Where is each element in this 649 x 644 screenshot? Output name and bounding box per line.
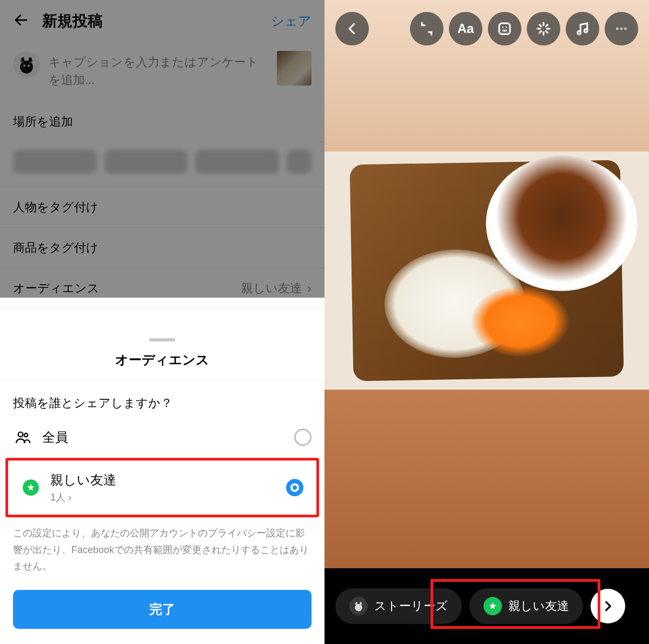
option-everyone[interactable]: 全員 — [0, 417, 325, 458]
audience-row[interactable]: オーディエンス 親しい友達 › — [0, 268, 325, 309]
audience-value: 親しい友達 — [241, 280, 302, 297]
add-location-row[interactable]: 場所を追加 — [0, 102, 325, 142]
svg-point-8 — [578, 31, 581, 35]
new-post-screen: 新規投稿 シェア キャプションを入力またはアンケートを追加... 場所を追加 人… — [0, 0, 325, 644]
svg-point-4 — [24, 433, 28, 437]
tag-people-row[interactable]: 人物をタグ付け — [0, 187, 325, 228]
svg-point-2 — [28, 65, 30, 67]
header: 新規投稿 シェア — [0, 0, 325, 42]
avatar — [13, 51, 40, 78]
radio-selected-icon[interactable] — [286, 479, 303, 496]
sheet-question: 投稿を誰とシェアしますか？ — [0, 381, 325, 417]
share-button[interactable]: シェア — [271, 12, 312, 30]
svg-point-0 — [20, 61, 33, 74]
audience-sheet: オーディエンス 投稿を誰とシェアしますか？ 全員 親しい友達 1人 › この設定… — [0, 331, 325, 644]
close-friends-star-icon — [21, 478, 41, 497]
option-everyone-label: 全員 — [42, 429, 284, 446]
sheet-note: この設定により、あなたの公開アカウントのプライバシー設定に影響が出たり、Face… — [0, 517, 325, 590]
option-close-friends[interactable]: 親しい友達 1人 › — [8, 461, 316, 515]
highlight-close-friends-option: 親しい友達 1人 › — [5, 458, 319, 517]
more-icon[interactable] — [605, 12, 638, 45]
story-photo — [325, 152, 649, 390]
crop-icon[interactable] — [410, 12, 443, 45]
location-chip[interactable] — [287, 150, 312, 174]
media-thumbnail[interactable] — [277, 51, 312, 86]
svg-point-12 — [625, 28, 627, 30]
done-button[interactable]: 完了 — [13, 590, 312, 629]
highlight-close-friends-pill — [431, 579, 600, 629]
music-icon[interactable] — [566, 12, 599, 45]
back-arrow-icon[interactable] — [13, 12, 29, 31]
grabber-handle[interactable] — [149, 338, 175, 341]
svg-point-3 — [18, 432, 23, 437]
svg-point-6 — [502, 27, 504, 28]
option-close-friends-sub[interactable]: 1人 › — [50, 491, 276, 504]
people-icon — [13, 428, 32, 447]
svg-point-9 — [584, 29, 587, 32]
caption-row: キャプションを入力またはアンケートを追加... — [0, 42, 325, 102]
audience-label: オーディエンス — [13, 280, 241, 297]
svg-point-10 — [617, 28, 619, 30]
story-canvas[interactable] — [325, 0, 649, 644]
tag-products-row[interactable]: 商品をタグ付け — [0, 228, 325, 268]
avatar-icon — [349, 597, 368, 615]
effects-icon[interactable] — [527, 12, 560, 45]
location-chip[interactable] — [104, 150, 188, 174]
location-chip[interactable] — [195, 150, 279, 174]
back-button[interactable] — [335, 12, 369, 45]
location-chip[interactable] — [13, 150, 97, 174]
text-icon[interactable]: Aa — [449, 12, 482, 45]
story-toolbar: Aa — [325, 12, 649, 45]
caption-input[interactable]: キャプションを入力またはアンケートを追加... — [49, 51, 268, 89]
page-title: 新規投稿 — [42, 11, 258, 31]
story-editor-screen: Aa ストーリーズ 親しい友達 — [325, 0, 649, 644]
location-suggestions — [0, 142, 325, 187]
radio-unselected-icon[interactable] — [294, 429, 312, 446]
chevron-right-icon: › — [307, 281, 312, 296]
sticker-icon[interactable] — [488, 12, 521, 45]
svg-point-7 — [506, 27, 507, 28]
sheet-title: オーディエンス — [0, 351, 325, 381]
svg-point-13 — [355, 604, 362, 612]
svg-point-1 — [23, 65, 25, 67]
svg-point-11 — [620, 28, 622, 30]
option-close-friends-label: 親しい友達 — [50, 471, 276, 489]
svg-rect-5 — [499, 23, 510, 34]
